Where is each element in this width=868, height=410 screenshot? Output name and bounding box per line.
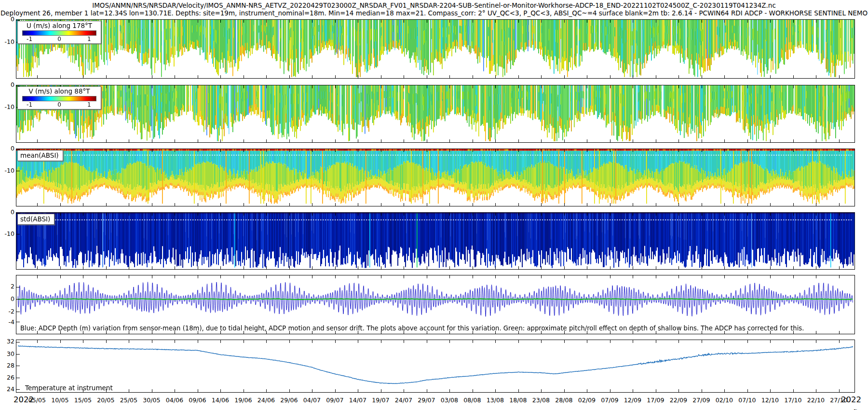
v-legend-title: V (m/s) along 88°T: [18, 87, 101, 96]
mean-absi-label: mean(ABSI): [17, 150, 63, 161]
v-colorbar-legend: V (m/s) along 88°T -1 0 1: [17, 86, 101, 109]
y-tick-label: -10: [0, 103, 14, 111]
panel-mean-absi: mean(ABSI): [16, 149, 855, 206]
mean-absi-heatmap: [16, 149, 854, 206]
y-tick-label: 30: [0, 350, 14, 358]
v-colorbar-ticks: -1 0 1: [18, 101, 101, 108]
temperature-plot: [16, 340, 854, 392]
panel-temperature: Temperature at instrument: [16, 340, 855, 393]
panel-std-absi: std(ABSI): [16, 212, 855, 270]
figure-subtitle: Deployment 26, member 1 lat=12.34S lon=1…: [0, 9, 868, 17]
y-tick-label: 0: [0, 208, 14, 216]
y-tick-label: 24: [0, 385, 14, 393]
v-velocity-heatmap: [16, 85, 854, 142]
y-tick-label: -10: [0, 230, 14, 238]
u-colorbar-legend: U (m/s) along 178°T -1 0 1: [17, 21, 101, 44]
y-tick-label: 0: [0, 81, 14, 89]
colorbar-tick-label: -1: [27, 36, 32, 42]
colorbar-tick-label: 1: [87, 36, 91, 42]
y-tick-label: -4: [0, 318, 14, 326]
colorbar-tick-label: 1: [87, 101, 91, 108]
y-tick-label: 26: [0, 374, 14, 382]
temperature-label: Temperature at instrument: [25, 384, 113, 392]
colorbar-tick-label: -1: [27, 101, 32, 108]
y-tick-label: 0: [0, 145, 14, 152]
u-colorbar-ticks: -1 0 1: [18, 36, 101, 42]
v-colorbar: [22, 96, 96, 101]
y-tick-label: -10: [0, 38, 14, 46]
panel-u-velocity: U (m/s) along 178°T -1 0 1: [16, 19, 855, 79]
std-absi-heatmap: [16, 213, 854, 269]
std-absi-label: std(ABSI): [17, 214, 54, 225]
u-legend-title: U (m/s) along 178°T: [18, 21, 101, 30]
y-tick-label: 28: [0, 362, 14, 369]
depth-variation-caption: Blue: ADCP Depth (m) variation from sens…: [20, 325, 804, 332]
y-tick-label: -2: [0, 308, 14, 315]
colorbar-tick-label: 0: [57, 101, 61, 108]
u-velocity-heatmap: [16, 20, 854, 78]
x-tick-label: 27/10: [824, 396, 854, 404]
panel-v-velocity: V (m/s) along 88°T -1 0 1: [16, 85, 855, 143]
adcp-figure: IMOS/ANMN/NRS/NRSDAR/Velocity/IMOS_ANMN-…: [0, 0, 868, 410]
y-tick-label: 2: [0, 283, 14, 290]
panel-depth-variation: Blue: ADCP Depth (m) variation from sens…: [16, 275, 855, 334]
u-colorbar: [22, 30, 96, 36]
colorbar-tick-label: 0: [57, 36, 61, 42]
y-tick-label: 32: [0, 338, 14, 345]
y-tick-label: 0: [0, 15, 14, 23]
y-tick-label: 0: [0, 295, 14, 303]
y-tick-label: -10: [0, 167, 14, 175]
figure-title: IMOS/ANMN/NRS/NRSDAR/Velocity/IMOS_ANMN-…: [0, 1, 868, 9]
